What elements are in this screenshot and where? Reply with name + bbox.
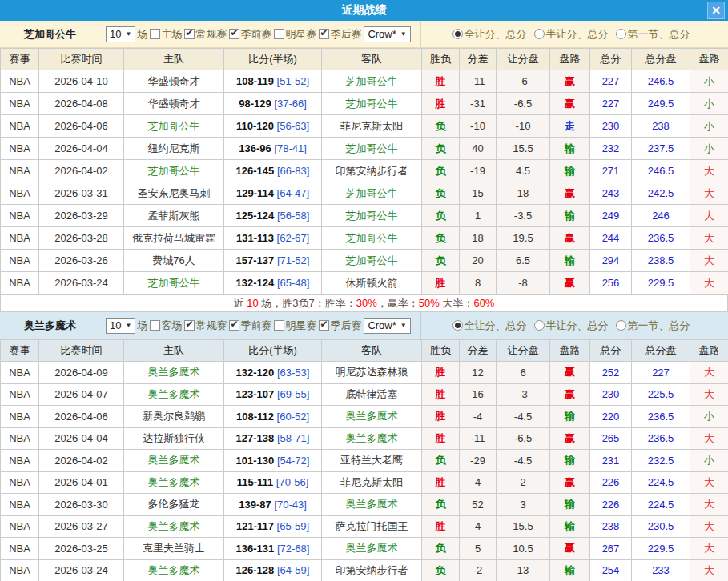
team-section: 奥兰多魔术 10 ▼ 场 客场常规赛季前赛明星赛季后赛 Crow* ▼ 全让分、…	[0, 312, 728, 581]
chevron-down-icon: ▼	[400, 30, 407, 38]
view-radio[interactable]	[534, 29, 545, 39]
score-cell: 139-87 [70-43]	[224, 494, 322, 516]
diff-cell: 12	[460, 362, 497, 384]
view-radio[interactable]	[452, 29, 463, 39]
odds-company-select[interactable]: Crow* ▼	[364, 26, 410, 42]
diff-cell: -10	[460, 115, 497, 138]
summary-text-segment: ，赢率：	[377, 297, 419, 309]
handicap-cell: 6	[497, 362, 550, 384]
home-team-cell: 奥兰多魔术	[124, 471, 224, 494]
half-score: [37-66]	[274, 98, 306, 110]
view-radio[interactable]	[616, 29, 626, 39]
total-line-cell: 227	[632, 362, 690, 384]
date-cell: 2026-04-04	[39, 427, 124, 450]
result-cell: 负	[422, 205, 460, 227]
over-under-cell: 大	[690, 362, 728, 384]
view-radio-label: 半让分、总分	[546, 27, 609, 42]
result-cell: 负	[422, 160, 460, 182]
table-row: NBA 2026-03-26 费城76人 157-137 [71-52] 芝加哥…	[1, 250, 728, 272]
score-cell: 98-129 [37-66]	[224, 93, 322, 115]
final-score: 115-111	[237, 476, 274, 488]
handicap-cell: 15.5	[497, 138, 550, 160]
total-line-cell: 230.5	[632, 515, 690, 538]
table-header-row: 赛事比赛时间主队比分(半场)客队胜负分差让分盘盘路总分总分盘盘路	[1, 340, 728, 362]
away-team-cell: 休斯顿火箭	[322, 272, 422, 295]
over-under-cell: 大	[690, 160, 728, 182]
filter-checkbox-label: 季前赛	[240, 319, 271, 331]
handicap-cell: 13	[497, 559, 550, 581]
result-cell: 负	[422, 559, 460, 581]
filter-checkbox-group: 主场常规赛季前赛明星赛季后赛	[148, 27, 362, 42]
table-row: NBA 2026-03-27 奥兰多魔术 121-117 [65-59] 萨克拉…	[1, 515, 728, 538]
filter-checkbox[interactable]	[229, 320, 239, 331]
column-header: 分差	[460, 340, 497, 362]
home-team-cell: 华盛顿奇才	[124, 93, 224, 115]
score-cell: 126-145 [66-83]	[224, 160, 322, 182]
total-cell: 226	[590, 471, 632, 494]
odds-company-value: Crow*	[368, 28, 396, 40]
half-score: [72-68]	[277, 543, 309, 555]
score-cell: 123-107 [69-55]	[224, 383, 322, 406]
handicap-cell: -3	[497, 383, 550, 406]
view-radio[interactable]	[452, 320, 463, 331]
date-cell: 2026-04-06	[39, 115, 124, 138]
total-cell: 256	[590, 272, 632, 295]
diff-cell: -19	[460, 160, 497, 182]
filter-checkbox[interactable]	[319, 29, 329, 39]
score-cell: 108-112 [60-52]	[224, 406, 322, 428]
column-header: 主队	[124, 340, 224, 362]
home-team-cell: 奥兰多魔术	[124, 450, 224, 472]
half-score: [78-41]	[274, 142, 306, 154]
diff-cell: 20	[460, 250, 497, 272]
column-header: 比赛时间	[39, 340, 124, 362]
total-cell: 244	[590, 227, 632, 250]
filter-checkbox[interactable]	[150, 29, 160, 39]
final-score: 136-131	[236, 543, 275, 555]
handicap-cell: 10.5	[497, 538, 550, 560]
total-cell: 243	[590, 182, 632, 205]
final-score: 125-124	[236, 210, 275, 222]
over-under-cell: 大	[690, 515, 728, 538]
summary-text-segment: 60%	[473, 297, 494, 309]
league-cell: NBA	[1, 559, 39, 581]
result-cell: 负	[422, 250, 460, 272]
handicap-result-cell: 输	[550, 494, 590, 516]
filter-checkbox[interactable]	[274, 29, 284, 39]
table-row: NBA 2026-03-31 圣安东尼奥马刺 129-114 [64-47] 芝…	[1, 182, 728, 205]
date-cell: 2026-03-30	[39, 494, 124, 516]
filter-checkbox[interactable]	[319, 320, 329, 331]
diff-cell: 1	[460, 205, 497, 227]
league-cell: NBA	[1, 427, 39, 450]
score-cell: 132-124 [65-48]	[224, 272, 322, 295]
filter-checkbox[interactable]	[150, 320, 160, 331]
filter-checkbox-group: 客场常规赛季前赛明星赛季后赛	[148, 319, 362, 333]
total-line-cell: 232.5	[632, 450, 690, 472]
half-score: [65-48]	[277, 277, 309, 289]
odds-company-select[interactable]: Crow* ▼	[364, 318, 410, 334]
games-count-select[interactable]: 10 ▼	[106, 318, 135, 334]
filter-checkbox-label: 主场	[161, 28, 182, 40]
result-cell: 负	[422, 115, 460, 138]
view-radio[interactable]	[616, 320, 626, 331]
view-radio[interactable]	[534, 320, 545, 331]
home-team-cell: 奥兰多魔术	[124, 362, 224, 384]
away-team-cell: 奥兰多魔术	[322, 538, 422, 560]
over-under-cell: 小	[690, 138, 728, 160]
filter-checkbox[interactable]	[229, 29, 239, 39]
close-button[interactable]: ✕	[707, 2, 725, 19]
games-unit-label: 场	[137, 319, 147, 333]
home-team-cell: 芝加哥公牛	[124, 115, 224, 138]
filter-checkbox[interactable]	[184, 320, 195, 331]
games-count-select[interactable]: 10 ▼	[106, 26, 135, 42]
filter-checkbox[interactable]	[184, 29, 195, 39]
league-cell: NBA	[1, 538, 39, 560]
filter-controls: 芝加哥公牛 10 ▼ 场 主场常规赛季前赛明星赛季后赛 Crow* ▼	[0, 21, 420, 47]
total-line-cell: 236.5	[632, 227, 690, 250]
filter-checkbox[interactable]	[274, 320, 284, 331]
half-score: [51-52]	[277, 75, 309, 87]
total-line-cell: 236.5	[632, 427, 690, 450]
column-header: 赛事	[1, 49, 39, 70]
filter-checkbox-label: 季前赛	[240, 28, 271, 40]
result-cell: 负	[422, 494, 460, 516]
handicap-cell: 3	[497, 494, 550, 516]
